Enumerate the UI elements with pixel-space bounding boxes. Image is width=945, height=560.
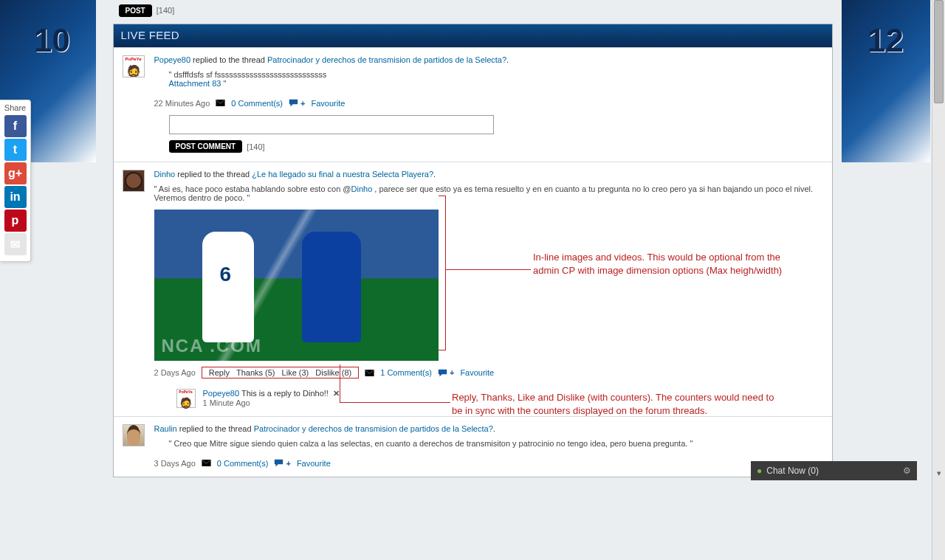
gear-icon[interactable]: ⚙ [903, 466, 911, 476]
thanks-action[interactable]: Thanks (5) [236, 368, 275, 377]
char-remaining-stub: [140] [157, 6, 174, 15]
avatar[interactable] [123, 55, 145, 77]
favourite-link[interactable]: Favourite [311, 99, 345, 108]
feed-item: Dinho replied to the thread ¿Le ha llega… [114, 162, 832, 416]
thread-link[interactable]: ¿Le ha llegado su final a nuestra Select… [252, 170, 433, 179]
quote: " Creo que Mitre sigue siendo quien calz… [154, 436, 825, 452]
scrollbar[interactable]: ▾ [932, 0, 945, 560]
post-button-stub[interactable]: POST [119, 4, 152, 17]
avatar[interactable] [123, 424, 145, 446]
replied-text: replied to the thread [193, 55, 265, 64]
replied-text: replied to the thread [179, 424, 252, 433]
quote: " Asi es, hace poco estaba hablando sobr… [154, 182, 825, 207]
scrollbar-thumb[interactable] [934, 0, 944, 103]
comment-input[interactable] [169, 115, 494, 134]
timestamp: 3 Days Ago [154, 459, 196, 468]
share-googleplus-icon[interactable]: g+ [4, 162, 27, 184]
anno-bracket [439, 196, 446, 350]
chat-label: Chat Now (0) [766, 466, 819, 476]
share-pinterest-icon[interactable]: p [4, 210, 27, 232]
anno-connector [446, 269, 531, 270]
like-action[interactable]: Like (3) [282, 368, 309, 377]
comments-link[interactable]: 0 Comment(s) [231, 99, 283, 108]
share-facebook-icon[interactable]: f [4, 115, 27, 137]
feed-item: Raulin replied to the thread Patrocinado… [114, 416, 832, 477]
user-link[interactable]: Dinho [154, 170, 176, 179]
avatar[interactable] [123, 170, 145, 192]
attachment-link[interactable]: Attachment 83 [169, 79, 221, 88]
panel-title: LIVE FEED [114, 24, 832, 47]
timestamp: 22 Minutes Ago [154, 99, 210, 108]
inline-image[interactable]: NCA .COM [154, 210, 439, 361]
favourite-link[interactable]: Favourite [297, 459, 331, 468]
share-twitter-icon[interactable]: t [4, 139, 27, 161]
thread-link[interactable]: Patrocinador y derechos de transmision d… [267, 55, 506, 64]
background-right: 12 [842, 0, 930, 162]
avatar[interactable] [176, 389, 196, 408]
user-link[interactable]: Popeye80 [154, 55, 191, 64]
chat-presence-icon: ● [757, 466, 762, 476]
comment-bubble-icon: + [289, 98, 305, 108]
annotation-2: Reply, Thanks, Like and Dislike (with co… [452, 391, 784, 417]
share-mail-icon[interactable]: ✉ [4, 233, 27, 255]
envelope-icon [202, 458, 211, 468]
feed-item: Popeye80 replied to the thread Patrocina… [114, 47, 832, 162]
reply-action[interactable]: Reply [209, 368, 230, 377]
char-remaining: [140] [247, 142, 264, 151]
anno-connector-2 [340, 364, 450, 403]
quote: " dsfffdsfs sf fssssssssssssssssssssssss… [154, 67, 825, 92]
scrollbar-down-icon[interactable]: ▾ [932, 467, 945, 479]
envelope-icon [216, 98, 225, 108]
thread-link[interactable]: Patrocinador y derechos de transmision d… [254, 424, 493, 433]
post-remnant-bar: POST [140] [113, 0, 833, 21]
chat-bar[interactable]: ● Chat Now (0) ⚙ [751, 461, 917, 480]
replied-text: replied to the thread [177, 170, 250, 179]
post-comment-button[interactable]: POST COMMENT [169, 140, 243, 153]
comment-bubble-icon: + [274, 458, 290, 468]
comments-link[interactable]: 0 Comment(s) [217, 459, 269, 468]
favourite-link[interactable]: Favourite [460, 368, 494, 377]
reply-text: This is a reply to Dinho!! [241, 389, 329, 398]
annotation-1: In-line images and videos. This would be… [533, 251, 806, 277]
user-link[interactable]: Raulin [154, 424, 177, 433]
mention-link[interactable]: Dinho [351, 184, 373, 193]
share-label: Share [3, 103, 27, 112]
delete-reply-icon[interactable]: ✕ [333, 389, 340, 398]
user-link[interactable]: Popeye80 [203, 389, 240, 398]
action-box: Reply Thanks (5) Like (3) Dislike (8) [202, 367, 359, 378]
share-rail: Share f t g+ in p ✉ [0, 100, 31, 262]
share-linkedin-icon[interactable]: in [4, 186, 27, 208]
timestamp: 2 Days Ago [154, 368, 196, 377]
